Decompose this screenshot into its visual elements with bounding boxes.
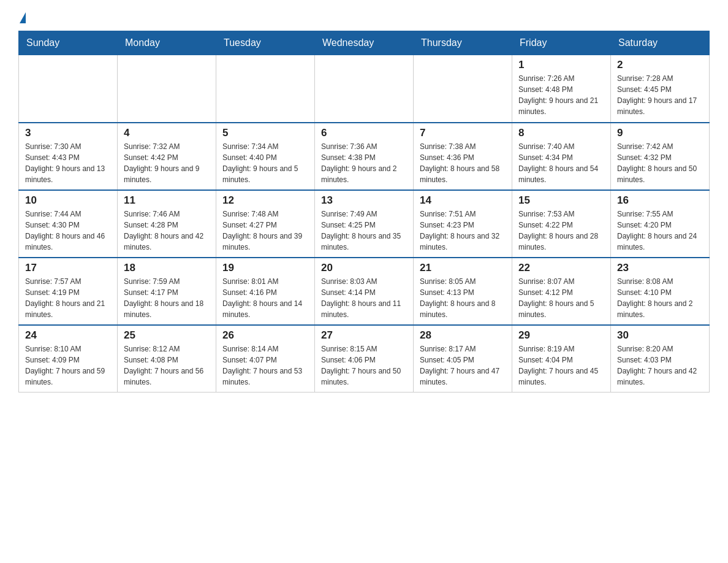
weekday-header-wednesday: Wednesday <box>315 31 414 55</box>
day-info: Sunrise: 8:17 AM Sunset: 4:05 PM Dayligh… <box>420 343 506 388</box>
day-number: 20 <box>321 262 407 274</box>
calendar-cell: 29Sunrise: 8:19 AM Sunset: 4:04 PM Dayli… <box>512 325 611 393</box>
calendar-cell: 27Sunrise: 8:15 AM Sunset: 4:06 PM Dayli… <box>315 325 414 393</box>
calendar-cell: 25Sunrise: 8:12 AM Sunset: 4:08 PM Dayli… <box>118 325 216 393</box>
day-number: 23 <box>617 262 703 274</box>
day-info: Sunrise: 7:34 AM Sunset: 4:40 PM Dayligh… <box>222 141 308 185</box>
day-info: Sunrise: 7:48 AM Sunset: 4:27 PM Dayligh… <box>222 209 308 253</box>
day-info: Sunrise: 8:19 AM Sunset: 4:04 PM Dayligh… <box>518 343 604 388</box>
calendar-cell: 4Sunrise: 7:32 AM Sunset: 4:42 PM Daylig… <box>118 123 216 190</box>
calendar-cell: 23Sunrise: 8:08 AM Sunset: 4:10 PM Dayli… <box>611 258 710 325</box>
calendar-cell: 21Sunrise: 8:05 AM Sunset: 4:13 PM Dayli… <box>414 258 512 325</box>
day-info: Sunrise: 8:12 AM Sunset: 4:08 PM Dayligh… <box>124 343 210 388</box>
day-number: 13 <box>321 194 407 207</box>
day-info: Sunrise: 7:42 AM Sunset: 4:32 PM Dayligh… <box>617 141 703 185</box>
calendar-cell: 24Sunrise: 8:10 AM Sunset: 4:09 PM Dayli… <box>19 325 118 393</box>
day-info: Sunrise: 7:36 AM Sunset: 4:38 PM Dayligh… <box>321 141 407 185</box>
day-number: 15 <box>518 194 604 207</box>
weekday-header-friday: Friday <box>512 31 611 55</box>
weekday-header-monday: Monday <box>118 31 216 55</box>
day-number: 6 <box>321 127 407 139</box>
calendar-cell: 28Sunrise: 8:17 AM Sunset: 4:05 PM Dayli… <box>414 325 512 393</box>
day-number: 12 <box>222 194 308 207</box>
calendar-cell: 8Sunrise: 7:40 AM Sunset: 4:34 PM Daylig… <box>512 123 611 190</box>
calendar-cell: 1Sunrise: 7:26 AM Sunset: 4:48 PM Daylig… <box>512 55 611 123</box>
calendar-cell <box>414 55 512 123</box>
day-info: Sunrise: 7:59 AM Sunset: 4:17 PM Dayligh… <box>124 276 210 320</box>
day-info: Sunrise: 8:14 AM Sunset: 4:07 PM Dayligh… <box>222 343 308 388</box>
day-number: 8 <box>518 127 604 139</box>
calendar-header: SundayMondayTuesdayWednesdayThursdayFrid… <box>19 31 710 55</box>
day-number: 3 <box>25 127 111 139</box>
calendar-body: 1Sunrise: 7:26 AM Sunset: 4:48 PM Daylig… <box>19 55 710 393</box>
weekday-header-saturday: Saturday <box>611 31 710 55</box>
day-info: Sunrise: 8:05 AM Sunset: 4:13 PM Dayligh… <box>420 276 506 320</box>
day-number: 2 <box>617 59 703 71</box>
day-number: 30 <box>617 329 703 342</box>
calendar-cell: 16Sunrise: 7:55 AM Sunset: 4:20 PM Dayli… <box>611 190 710 258</box>
calendar-cell: 2Sunrise: 7:28 AM Sunset: 4:45 PM Daylig… <box>611 55 710 123</box>
weekday-header-tuesday: Tuesday <box>216 31 315 55</box>
calendar-cell: 18Sunrise: 7:59 AM Sunset: 4:17 PM Dayli… <box>118 258 216 325</box>
calendar-cell: 3Sunrise: 7:30 AM Sunset: 4:43 PM Daylig… <box>19 123 118 190</box>
calendar-cell <box>118 55 216 123</box>
calendar-table: SundayMondayTuesdayWednesdayThursdayFrid… <box>18 31 710 393</box>
calendar-cell <box>216 55 315 123</box>
day-info: Sunrise: 7:51 AM Sunset: 4:23 PM Dayligh… <box>420 209 506 253</box>
day-info: Sunrise: 7:57 AM Sunset: 4:19 PM Dayligh… <box>25 276 111 320</box>
day-info: Sunrise: 7:26 AM Sunset: 4:48 PM Dayligh… <box>518 73 604 117</box>
calendar-cell: 26Sunrise: 8:14 AM Sunset: 4:07 PM Dayli… <box>216 325 315 393</box>
day-number: 18 <box>124 262 210 274</box>
calendar-row-1: 3Sunrise: 7:30 AM Sunset: 4:43 PM Daylig… <box>19 123 710 190</box>
day-info: Sunrise: 7:40 AM Sunset: 4:34 PM Dayligh… <box>518 141 604 185</box>
calendar-cell: 22Sunrise: 8:07 AM Sunset: 4:12 PM Dayli… <box>512 258 611 325</box>
calendar-cell: 6Sunrise: 7:36 AM Sunset: 4:38 PM Daylig… <box>315 123 414 190</box>
calendar-cell: 19Sunrise: 8:01 AM Sunset: 4:16 PM Dayli… <box>216 258 315 325</box>
day-info: Sunrise: 7:44 AM Sunset: 4:30 PM Dayligh… <box>25 209 111 253</box>
day-info: Sunrise: 7:38 AM Sunset: 4:36 PM Dayligh… <box>420 141 506 185</box>
calendar-cell: 7Sunrise: 7:38 AM Sunset: 4:36 PM Daylig… <box>414 123 512 190</box>
day-number: 26 <box>222 329 308 342</box>
day-number: 4 <box>124 127 210 139</box>
calendar-row-0: 1Sunrise: 7:26 AM Sunset: 4:48 PM Daylig… <box>19 55 710 123</box>
day-number: 25 <box>124 329 210 342</box>
day-number: 29 <box>518 329 604 342</box>
calendar-cell: 20Sunrise: 8:03 AM Sunset: 4:14 PM Dayli… <box>315 258 414 325</box>
day-info: Sunrise: 7:55 AM Sunset: 4:20 PM Dayligh… <box>617 209 703 253</box>
day-number: 19 <box>222 262 308 274</box>
calendar-row-2: 10Sunrise: 7:44 AM Sunset: 4:30 PM Dayli… <box>19 190 710 258</box>
calendar-cell: 11Sunrise: 7:46 AM Sunset: 4:28 PM Dayli… <box>118 190 216 258</box>
logo <box>18 12 26 23</box>
calendar-cell: 10Sunrise: 7:44 AM Sunset: 4:30 PM Dayli… <box>19 190 118 258</box>
day-info: Sunrise: 8:20 AM Sunset: 4:03 PM Dayligh… <box>617 343 703 388</box>
calendar-cell: 12Sunrise: 7:48 AM Sunset: 4:27 PM Dayli… <box>216 190 315 258</box>
calendar-cell: 13Sunrise: 7:49 AM Sunset: 4:25 PM Dayli… <box>315 190 414 258</box>
calendar-row-3: 17Sunrise: 7:57 AM Sunset: 4:19 PM Dayli… <box>19 258 710 325</box>
day-info: Sunrise: 8:15 AM Sunset: 4:06 PM Dayligh… <box>321 343 407 388</box>
day-number: 16 <box>617 194 703 207</box>
day-info: Sunrise: 8:10 AM Sunset: 4:09 PM Dayligh… <box>25 343 111 388</box>
day-number: 17 <box>25 262 111 274</box>
weekday-header-sunday: Sunday <box>19 31 118 55</box>
calendar-cell: 15Sunrise: 7:53 AM Sunset: 4:22 PM Dayli… <box>512 190 611 258</box>
calendar-cell: 30Sunrise: 8:20 AM Sunset: 4:03 PM Dayli… <box>611 325 710 393</box>
day-info: Sunrise: 8:01 AM Sunset: 4:16 PM Dayligh… <box>222 276 308 320</box>
calendar-cell: 17Sunrise: 7:57 AM Sunset: 4:19 PM Dayli… <box>19 258 118 325</box>
day-number: 5 <box>222 127 308 139</box>
day-info: Sunrise: 8:08 AM Sunset: 4:10 PM Dayligh… <box>617 276 703 320</box>
calendar-cell: 9Sunrise: 7:42 AM Sunset: 4:32 PM Daylig… <box>611 123 710 190</box>
page-header <box>18 12 710 23</box>
weekday-header-thursday: Thursday <box>414 31 512 55</box>
day-number: 27 <box>321 329 407 342</box>
day-number: 22 <box>518 262 604 274</box>
day-info: Sunrise: 7:30 AM Sunset: 4:43 PM Dayligh… <box>25 141 111 185</box>
day-info: Sunrise: 8:07 AM Sunset: 4:12 PM Dayligh… <box>518 276 604 320</box>
day-info: Sunrise: 8:03 AM Sunset: 4:14 PM Dayligh… <box>321 276 407 320</box>
day-number: 9 <box>617 127 703 139</box>
day-number: 14 <box>420 194 506 207</box>
day-info: Sunrise: 7:49 AM Sunset: 4:25 PM Dayligh… <box>321 209 407 253</box>
day-number: 21 <box>420 262 506 274</box>
weekday-header-row: SundayMondayTuesdayWednesdayThursdayFrid… <box>19 31 710 55</box>
day-number: 1 <box>518 59 604 71</box>
calendar-row-4: 24Sunrise: 8:10 AM Sunset: 4:09 PM Dayli… <box>19 325 710 393</box>
